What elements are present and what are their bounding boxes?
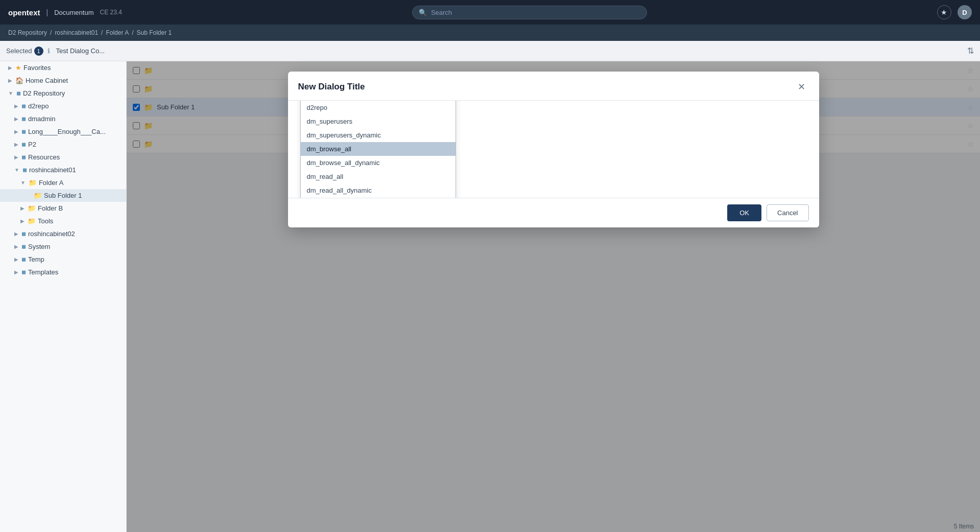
dialog-body: General Enter name Select user Select ▼ … (288, 101, 819, 198)
breadcrumb-item-3[interactable]: Sub Folder 1 (137, 29, 172, 36)
folder-icon: 📁 (34, 192, 42, 199)
chevron-icon: ▶ (14, 142, 18, 147)
repo-icon: ◼ (21, 230, 26, 237)
tab-label[interactable]: Test Dialog Co... (56, 47, 105, 55)
selected-badge: Selected 1 ℹ (6, 47, 50, 56)
header-icons: ★ D (937, 5, 972, 19)
sidebar-item-label: Templates (28, 268, 58, 276)
sidebar-item-p2[interactable]: ▶ ◼ P2 (0, 138, 126, 151)
sidebar-item-resources[interactable]: ▶ ◼ Resources (0, 151, 126, 164)
sidebar-item-label: Long____Enough___Ca... (28, 128, 106, 135)
sidebar-item-system[interactable]: ▶ ◼ System (0, 240, 126, 253)
chevron-icon: ▶ (14, 257, 18, 262)
dropdown-item[interactable]: d2repo (301, 101, 456, 114)
star-icon: ★ (15, 64, 21, 72)
breadcrumb-item-1[interactable]: roshincabinet01 (55, 29, 98, 36)
chevron-icon: ▼ (8, 90, 13, 96)
sidebar-item-home-cabinet[interactable]: ▶ 🏠 Home Cabinet (0, 74, 126, 87)
user-avatar[interactable]: D (958, 5, 972, 19)
sidebar-item-tools[interactable]: ▶ 📁 Tools (0, 215, 126, 227)
chevron-icon: ▶ (20, 205, 25, 211)
sidebar-item-long-enough[interactable]: ▶ ◼ Long____Enough___Ca... (0, 125, 126, 138)
sidebar-item-d2repo[interactable]: ▶ ◼ d2repo (0, 100, 126, 112)
repo-icon: ◼ (21, 243, 26, 250)
sidebar-item-label: Resources (28, 153, 60, 161)
sidebar-item-sub-folder-1[interactable]: ▶ 📁 Sub Folder 1 (0, 189, 126, 202)
chevron-icon: ▶ (14, 103, 18, 109)
chevron-icon: ▶ (14, 269, 18, 275)
favorites-button[interactable]: ★ (937, 5, 951, 19)
dropdown-item[interactable]: dm_superusers (301, 114, 456, 128)
sidebar-item-templates[interactable]: ▶ ◼ Templates (0, 266, 126, 279)
cancel-button[interactable]: Cancel (767, 204, 808, 221)
folder-icon: 📁 (29, 179, 37, 187)
chevron-icon: ▶ (14, 244, 18, 249)
sidebar: ▶ ★ Favorites ▶ 🏠 Home Cabinet ▼ ◼ D2 Re… (0, 61, 127, 532)
sidebar-item-label: roshincabinet01 (29, 166, 76, 174)
chevron-icon: ▶ (14, 231, 18, 237)
sidebar-item-label: Favorites (23, 64, 51, 72)
sidebar-item-folder-a[interactable]: ▼ 📁 Folder A (0, 176, 126, 189)
sidebar-item-label: dmadmin (28, 115, 55, 123)
home-icon: 🏠 (15, 77, 23, 84)
repo-icon: ◼ (22, 167, 27, 173)
chevron-icon: ▼ (14, 167, 19, 173)
folder-icon: 📁 (28, 217, 36, 225)
dropdown-list[interactable]: Nonedocud2repodm_superusersdm_superusers… (300, 101, 456, 198)
top-header: opentext | Documentum CE 23.4 🔍 Search ★… (0, 0, 980, 25)
repo-icon: ◼ (21, 115, 26, 122)
sort-icon[interactable]: ⇅ (967, 46, 974, 56)
selected-count: 1 (34, 47, 43, 56)
sub-header: Selected 1 ℹ Test Dialog Co... ⇅ (0, 41, 980, 61)
sidebar-item-folder-b[interactable]: ▶ 📁 Folder B (0, 202, 126, 215)
modal-overlay: New Dialog Title ✕ General Enter name Se… (127, 61, 980, 532)
folder-icon: 📁 (28, 204, 36, 212)
sidebar-item-dmadmin[interactable]: ▶ ◼ dmadmin (0, 112, 126, 125)
breadcrumb-item-0[interactable]: D2 Repository (8, 29, 47, 36)
sidebar-item-label: Temp (28, 256, 44, 263)
sidebar-item-label: System (28, 243, 50, 250)
content-area: 📁 ☆ 📁 ☆ 📁 Sub Folder 1 ☆ 📁 ☆ (127, 61, 980, 532)
repo-icon: ◼ (21, 154, 26, 160)
sidebar-item-label: Sub Folder 1 (44, 192, 82, 199)
dropdown-item[interactable]: dm_read_all_dynamic (301, 183, 456, 197)
sidebar-item-label: Tools (38, 217, 53, 225)
chevron-icon: ▶ (20, 218, 25, 224)
sidebar-item-label: D2 Repository (23, 89, 65, 97)
dialog: New Dialog Title ✕ General Enter name Se… (288, 72, 819, 227)
breadcrumb-item-2[interactable]: Folder A (106, 29, 129, 36)
app-name: Documentum (54, 9, 93, 16)
info-icon: ℹ (47, 47, 50, 55)
dropdown-item[interactable]: dm_superusers_dynamic (301, 128, 456, 142)
sidebar-item-roshincabinet01[interactable]: ▼ ◼ roshincabinet01 (0, 164, 126, 176)
selected-label: Selected (6, 47, 32, 55)
chevron-icon: ▶ (14, 154, 18, 160)
chevron-icon: ▶ (27, 193, 31, 198)
sidebar-item-label: Folder B (38, 204, 63, 212)
sidebar-item-temp[interactable]: ▶ ◼ Temp (0, 253, 126, 266)
search-placeholder: Search (431, 9, 452, 16)
search-bar[interactable]: 🔍 Search (412, 6, 647, 19)
search-icon: 🔍 (419, 9, 427, 16)
repo-icon: ◼ (21, 256, 26, 263)
repo-icon: ◼ (21, 269, 26, 275)
sidebar-item-d2-repository[interactable]: ▼ ◼ D2 Repository (0, 87, 126, 100)
sidebar-item-label: P2 (28, 141, 36, 148)
breadcrumb: D2 Repository / roshincabinet01 / Folder… (0, 25, 980, 41)
sidebar-item-label: Home Cabinet (26, 77, 68, 84)
close-button[interactable]: ✕ (795, 80, 809, 94)
dropdown-item[interactable]: dm_browse_all_dynamic (301, 156, 456, 170)
dropdown-item[interactable]: dm_browse_all (301, 142, 456, 156)
chevron-icon: ▶ (14, 116, 18, 122)
sidebar-item-favorites[interactable]: ▶ ★ Favorites (0, 61, 126, 74)
dialog-header: New Dialog Title ✕ (288, 72, 819, 101)
version-label: CE 23.4 (100, 9, 122, 16)
ok-button[interactable]: OK (727, 204, 761, 221)
repo-icon: ◼ (21, 141, 26, 148)
dropdown-item[interactable]: dm_retention_managers (301, 197, 456, 198)
main-layout: ▶ ★ Favorites ▶ 🏠 Home Cabinet ▼ ◼ D2 Re… (0, 61, 980, 532)
dropdown-item[interactable]: dm_read_all (301, 170, 456, 183)
logo-area: opentext | Documentum CE 23.4 (8, 8, 122, 17)
repo-icon: ◼ (21, 128, 26, 135)
sidebar-item-roshincabinet02[interactable]: ▶ ◼ roshincabinet02 (0, 227, 126, 240)
